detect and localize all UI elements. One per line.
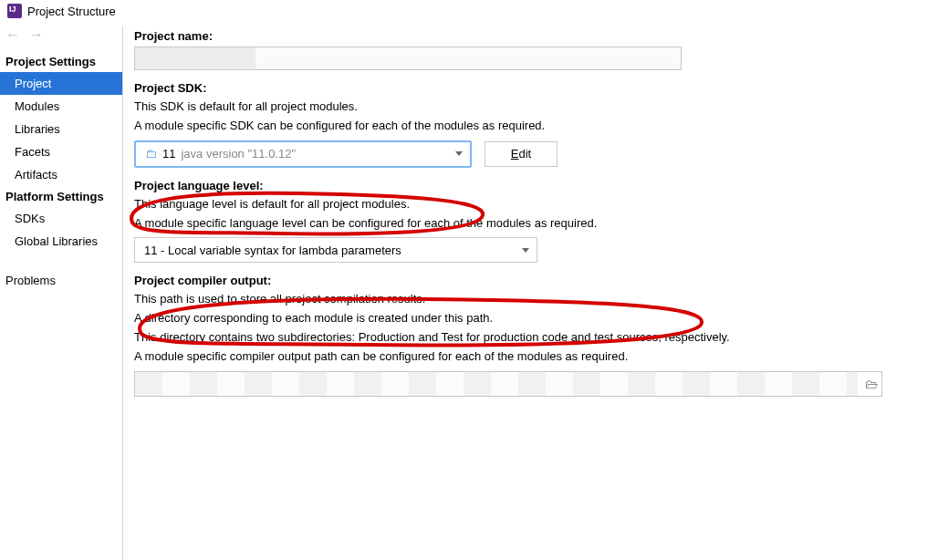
chevron-down-icon <box>522 248 529 253</box>
content-pane: Project name: Project SDK: This SDK is d… <box>123 26 938 560</box>
folder-icon: 🗀 <box>145 147 157 161</box>
titlebar: Project Structure <box>0 0 938 26</box>
sidebar-item-libraries[interactable]: Libraries <box>0 118 122 140</box>
sidebar-item-modules[interactable]: Modules <box>0 95 122 118</box>
sdk-version-long: java version "11.0.12" <box>181 147 296 161</box>
label-language-level: Project language level: <box>134 179 927 192</box>
sidebar-item-global-libraries[interactable]: Global Libraries <box>0 230 122 253</box>
label-project-sdk: Project SDK: <box>134 81 927 95</box>
chevron-down-icon <box>455 151 463 156</box>
annotation-circle-sdk <box>114 186 497 241</box>
lang-desc-1: This language level is default for all p… <box>134 196 927 213</box>
sdk-desc-2: A module specific SDK can be configured … <box>134 118 927 135</box>
browse-folder-icon[interactable]: 🗁 <box>865 377 878 391</box>
intellij-icon <box>7 4 22 18</box>
nav-arrows: ← → <box>0 26 122 51</box>
window-title: Project Structure <box>27 5 116 18</box>
sidebar-item-problems[interactable]: Problems <box>0 269 122 292</box>
sidebar-item-sdks[interactable]: SDKs <box>0 207 122 230</box>
out-desc-4: A module specific compiler output path c… <box>134 348 927 366</box>
edit-sdk-button[interactable]: EEditdit <box>485 141 558 167</box>
out-desc-1: This path is used to store all project c… <box>134 291 927 308</box>
label-compiler-output: Project compiler output: <box>134 274 927 287</box>
sdk-desc-1: This SDK is default for all project modu… <box>134 99 927 116</box>
lang-desc-2: A module specific language level can be … <box>134 215 927 233</box>
forward-arrow-icon[interactable]: → <box>29 27 44 42</box>
project-sdk-dropdown[interactable]: 🗀 11 java version "11.0.12" <box>134 140 472 168</box>
label-project-name: Project name: <box>134 29 927 43</box>
project-name-input[interactable] <box>134 47 682 70</box>
sidebar-heading-platform-settings: Platform Settings <box>0 186 122 207</box>
sdk-version-short: 11 <box>162 147 175 161</box>
sidebar-heading-project-settings: Project Settings <box>0 51 122 72</box>
language-level-dropdown[interactable]: 11 - Local variable syntax for lambda pa… <box>134 237 537 263</box>
language-level-value: 11 - Local variable syntax for lambda pa… <box>144 244 401 257</box>
sidebar-item-artifacts[interactable]: Artifacts <box>0 163 122 186</box>
out-desc-2: A directory corresponding to each module… <box>134 310 927 327</box>
sidebar: ← → Project Settings Project Modules Lib… <box>0 26 123 560</box>
sidebar-item-project[interactable]: Project <box>0 72 122 95</box>
out-desc-3: This directory contains two subdirectori… <box>134 329 927 347</box>
back-arrow-icon[interactable]: ← <box>5 27 20 42</box>
compiler-output-input[interactable]: 🗁 <box>134 371 882 397</box>
sidebar-item-facets[interactable]: Facets <box>0 140 122 163</box>
